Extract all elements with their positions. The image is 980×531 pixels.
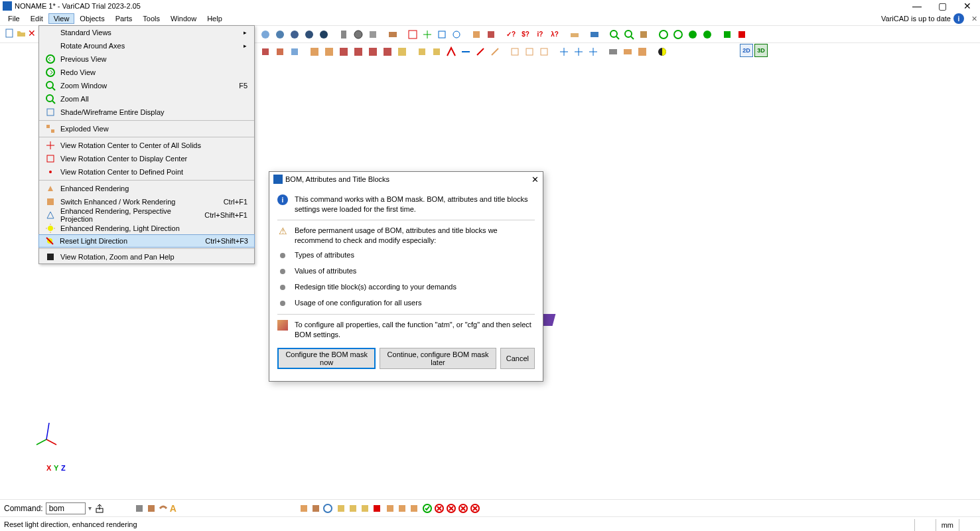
maximize-button[interactable]: ▢	[930, 0, 955, 12]
tool-icon[interactable]: $?	[519, 28, 532, 41]
dialog-close-icon[interactable]: ✕	[531, 175, 539, 185]
tool-icon[interactable]	[435, 28, 449, 41]
tool-icon[interactable]	[421, 28, 434, 41]
menu-item-previous-view[interactable]: Previous View	[39, 52, 254, 66]
menu-item-perspective-projection[interactable]: Enhanced Rendering, Perspective Projecti…	[39, 208, 254, 222]
configure-now-button[interactable]: Configure the BOM mask now	[277, 348, 376, 369]
menu-view[interactable]: View	[48, 13, 75, 24]
tool-icon[interactable]	[337, 28, 350, 41]
tool-icon[interactable]	[557, 45, 571, 58]
tool-icon[interactable]	[259, 28, 272, 41]
menu-item-reset-light-direction[interactable]: Reset Light DirectionCtrl+Shift+F3	[38, 234, 255, 248]
menu-tools[interactable]: Tools	[137, 13, 165, 24]
tool-icon[interactable]	[445, 45, 458, 58]
command-input[interactable]	[46, 502, 86, 514]
tool-icon[interactable]	[337, 45, 350, 58]
tool-icon[interactable]: A	[170, 503, 176, 514]
tool-icon[interactable]	[409, 503, 419, 514]
tool-icon[interactable]	[572, 45, 585, 58]
tool-icon[interactable]	[352, 28, 365, 41]
info-icon[interactable]: i	[953, 13, 964, 24]
tool-icon[interactable]	[288, 28, 301, 41]
tool-icon[interactable]	[523, 45, 536, 58]
tool-icon[interactable]	[336, 503, 346, 514]
share-icon[interactable]	[94, 503, 105, 514]
zoom-in-icon[interactable]	[608, 28, 621, 41]
tool-icon[interactable]	[303, 28, 316, 41]
tool-icon[interactable]	[458, 503, 468, 514]
menu-item-redo-view[interactable]: Redo View	[39, 66, 254, 79]
zoom-out-icon[interactable]	[622, 28, 636, 41]
tool-icon[interactable]	[317, 28, 330, 41]
tool-icon[interactable]	[636, 45, 649, 58]
menu-item-rotation-center-point[interactable]: View Rotation Center to Defined Point	[39, 165, 254, 179]
menu-window[interactable]: Window	[165, 13, 202, 24]
tool-icon[interactable]	[395, 45, 409, 58]
tool-icon[interactable]	[588, 28, 601, 41]
tool-icon[interactable]	[273, 28, 287, 41]
tool-icon[interactable]	[322, 503, 333, 514]
delete-icon[interactable]: ✕	[28, 28, 36, 38]
configure-later-button[interactable]: Continue, configure BOM mask later	[380, 348, 496, 369]
tool-icon[interactable]	[450, 28, 463, 41]
tool-icon[interactable]	[434, 503, 445, 514]
tool-icon[interactable]	[568, 28, 581, 41]
tool-icon[interactable]	[158, 503, 169, 514]
tool-icon[interactable]	[259, 45, 272, 58]
cancel-button[interactable]: Cancel	[500, 348, 535, 369]
tool-icon[interactable]	[474, 45, 487, 58]
tool-icon[interactable]	[621, 45, 634, 58]
tool-icon[interactable]	[366, 28, 380, 41]
tool-icon[interactable]	[470, 503, 480, 514]
tool-icon[interactable]	[372, 503, 382, 514]
tool-icon[interactable]	[637, 28, 650, 41]
tool-icon[interactable]	[484, 28, 498, 41]
dropdown-icon[interactable]: ▾	[88, 504, 92, 512]
menu-item-zoom-all[interactable]: Zoom All	[39, 92, 254, 106]
tool-icon[interactable]	[397, 503, 407, 514]
tool-icon[interactable]	[406, 28, 419, 41]
dialog-titlebar[interactable]: BOM, Attributes and Title Blocks ✕	[269, 172, 543, 187]
tool-icon[interactable]	[606, 45, 620, 58]
menu-item-switch-rendering[interactable]: Switch Enhanced / Work RenderingCtrl+F1	[39, 195, 254, 208]
menu-help[interactable]: Help	[202, 13, 228, 24]
tool-icon[interactable]	[735, 28, 748, 41]
close-button[interactable]: ✕	[955, 0, 980, 12]
tool-icon[interactable]	[459, 45, 472, 58]
tool-icon[interactable]	[671, 28, 685, 41]
tool-icon[interactable]	[587, 45, 600, 58]
menu-item-rotation-zoom-pan-help[interactable]: View Rotation, Zoom and Pan Help	[39, 250, 254, 264]
menu-item-rotation-center-display[interactable]: View Rotation Center to Display Center	[39, 152, 254, 165]
menu-item-exploded-view[interactable]: Exploded View	[39, 122, 254, 135]
tool-icon[interactable]	[134, 503, 145, 514]
menu-edit[interactable]: Edit	[25, 13, 48, 24]
tool-icon[interactable]	[385, 503, 395, 514]
tool-icon[interactable]	[446, 503, 456, 514]
tool-icon[interactable]	[656, 45, 669, 58]
tool-icon[interactable]	[721, 28, 734, 41]
tool-icon[interactable]	[348, 503, 358, 514]
tool-icon[interactable]	[422, 503, 433, 514]
tool-icon[interactable]	[360, 503, 370, 514]
tool-icon[interactable]	[701, 28, 714, 41]
tool-icon[interactable]	[508, 45, 522, 58]
tool-icon[interactable]	[308, 45, 321, 58]
tool-icon[interactable]	[366, 45, 380, 58]
status-close-icon[interactable]: ✕	[971, 15, 977, 23]
tool-icon[interactable]	[381, 45, 394, 58]
minimize-button[interactable]: ―	[904, 0, 930, 12]
tool-icon[interactable]	[657, 28, 670, 41]
tool-icon[interactable]: ✓?	[504, 28, 518, 41]
menu-item-standard-views[interactable]: Standard Views▸	[39, 26, 254, 39]
new-file-icon[interactable]	[4, 28, 15, 38]
menu-item-enhanced-rendering[interactable]: Enhanced Rendering	[39, 182, 254, 195]
menu-file[interactable]: File	[3, 13, 25, 24]
tool-icon[interactable]: λ?	[548, 28, 561, 41]
tool-icon[interactable]	[288, 45, 301, 58]
open-folder-icon[interactable]	[16, 28, 27, 38]
tool-icon[interactable]	[273, 45, 287, 58]
menu-item-light-direction[interactable]: Enhanced Rendering, Light Direction	[39, 222, 254, 235]
tool-icon[interactable]	[386, 28, 399, 41]
tool-icon[interactable]	[146, 503, 157, 514]
menu-item-zoom-window[interactable]: Zoom WindowF5	[39, 79, 254, 92]
